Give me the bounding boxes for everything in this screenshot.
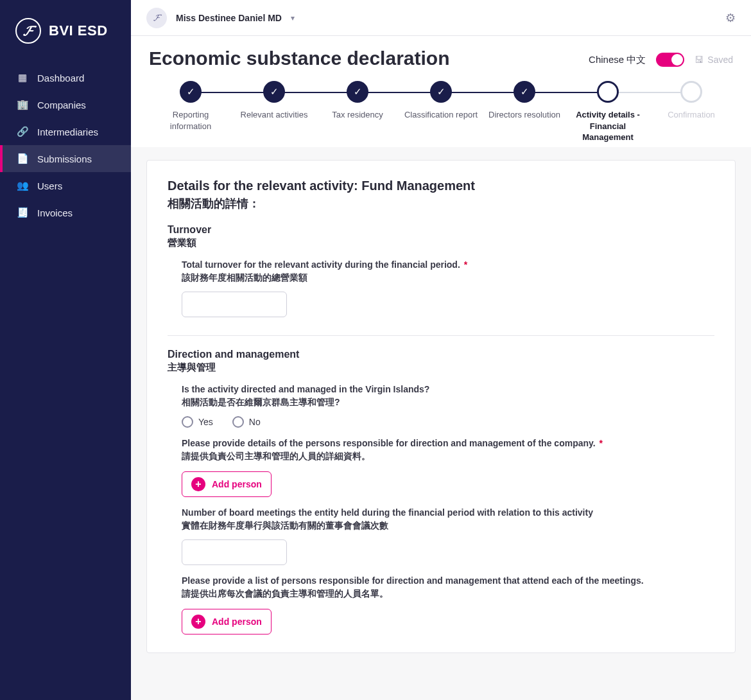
step-classification-report[interactable]: ✓ Classification report <box>399 81 483 121</box>
users-icon: 👥 <box>17 180 28 191</box>
step-relevant-activities[interactable]: ✓ Relevant activities <box>232 81 316 121</box>
avatar[interactable]: 𝓕 <box>146 8 167 28</box>
radio-yes[interactable]: Yes <box>182 416 213 428</box>
form-heading-zh: 相關活動的詳情： <box>168 196 714 211</box>
section-turnover-en: Turnover <box>168 224 714 236</box>
radio-icon <box>232 416 244 428</box>
step-current-icon <box>597 81 619 103</box>
sidebar-item-label: Invoices <box>37 207 73 218</box>
step-label: Confirmation <box>668 109 715 121</box>
check-icon: ✓ <box>180 81 202 103</box>
brand-logo-icon: 𝓕 <box>15 18 41 44</box>
question-persons-responsible: Please provide details of the persons re… <box>182 438 714 497</box>
sidebar-nav: ▦ Dashboard 🏢 Companies 🔗 Intermediaries… <box>0 64 131 226</box>
user-name: Miss Destinee Daniel MD <box>176 13 282 23</box>
add-person-label: Add person <box>212 479 262 489</box>
save-icon: 🖫 <box>695 55 704 65</box>
sidebar-item-intermediaries[interactable]: 🔗 Intermediaries <box>0 118 131 145</box>
sidebar: 𝓕 BVI ESD ▦ Dashboard 🏢 Companies 🔗 Inte… <box>0 0 131 700</box>
saved-status: 🖫 Saved <box>695 55 733 65</box>
step-directors-resolution[interactable]: ✓ Directors resolution <box>483 81 566 121</box>
q-attendees-zh: 請提供出席每次會議的負責主導和管理的人員名單。 <box>182 588 714 600</box>
saved-label: Saved <box>707 55 733 65</box>
section-direction-en: Direction and management <box>168 349 714 360</box>
sidebar-item-label: Submissions <box>37 153 92 164</box>
add-person-button[interactable]: + Add person <box>182 471 272 497</box>
topbar: 𝓕 Miss Destinee Daniel MD ▾ ⚙ <box>131 0 751 36</box>
q-turnover-zh: 該財務年度相關活動的總營業額 <box>182 272 714 284</box>
intermediaries-icon: 🔗 <box>17 126 28 137</box>
form-card: Details for the relevant activity: Fund … <box>146 160 736 653</box>
page-title: Economic substance declaration <box>149 48 449 69</box>
board-meetings-input[interactable] <box>182 539 287 565</box>
radio-yes-label: Yes <box>198 417 213 427</box>
content-wrap: Details for the relevant activity: Fund … <box>131 147 751 700</box>
step-confirmation[interactable]: Confirmation <box>650 81 733 121</box>
plus-icon: + <box>191 615 205 629</box>
step-label: Tax residency <box>332 109 383 121</box>
question-attendees: Please provide a list of persons respons… <box>182 575 714 634</box>
check-icon: ✓ <box>430 81 452 103</box>
sidebar-item-label: Users <box>37 180 62 191</box>
sidebar-item-label: Companies <box>37 100 86 110</box>
divider <box>168 335 714 336</box>
step-label: Classification report <box>404 109 478 121</box>
step-reporting-information[interactable]: ✓ Reporting information <box>149 81 232 132</box>
main: 𝓕 Miss Destinee Daniel MD ▾ ⚙ Economic s… <box>131 0 751 700</box>
question-directed-managed: Is the activity directed and managed in … <box>182 384 714 428</box>
add-person-label: Add person <box>212 617 262 627</box>
q-persons-en: Please provide details of the persons re… <box>182 438 596 448</box>
sidebar-item-dashboard[interactable]: ▦ Dashboard <box>0 64 131 91</box>
question-board-meetings: Number of board meetings the entity held… <box>182 507 714 565</box>
step-activity-details[interactable]: Activity details - Financial Management <box>566 81 650 143</box>
turnover-input[interactable] <box>182 292 287 317</box>
radio-icon <box>182 416 193 428</box>
step-label: Relevant activities <box>241 109 308 121</box>
sidebar-item-companies[interactable]: 🏢 Companies <box>0 91 131 118</box>
step-label: Activity details - Financial Management <box>569 109 646 143</box>
section-direction-zh: 主導與管理 <box>168 362 714 374</box>
chevron-down-icon[interactable]: ▾ <box>291 13 295 22</box>
step-label: Reporting information <box>152 109 229 132</box>
brand-text: BVI ESD <box>49 22 108 39</box>
q-meetings-zh: 實體在財務年度舉行與該活動有關的董事會會議次數 <box>182 520 714 532</box>
invoices-icon: 🧾 <box>17 207 28 218</box>
q-persons-zh: 請提供負責公司主導和管理的人員的詳細資料。 <box>182 451 714 462</box>
q-directed-zh: 相關活動是否在維爾京群島主導和管理? <box>182 397 714 408</box>
required-asterisk: * <box>464 259 467 270</box>
page-head: Economic substance declaration Chinese 中… <box>131 36 751 147</box>
q-directed-en: Is the activity directed and managed in … <box>182 384 714 394</box>
sidebar-item-submissions[interactable]: 📄 Submissions <box>0 145 131 172</box>
question-turnover-total: Total turnover for the relevant activity… <box>182 259 714 317</box>
plus-icon: + <box>191 477 205 491</box>
q-turnover-en: Total turnover for the relevant activity… <box>182 259 460 270</box>
sidebar-item-label: Intermediaries <box>37 127 98 137</box>
step-label: Directors resolution <box>488 109 560 121</box>
check-icon: ✓ <box>347 81 368 103</box>
stepper: ✓ Reporting information ✓ Relevant activ… <box>149 81 733 143</box>
brand: 𝓕 BVI ESD <box>0 0 131 64</box>
radio-no-label: No <box>249 417 261 427</box>
add-person-button-2[interactable]: + Add person <box>182 609 272 634</box>
step-future-icon <box>680 81 702 103</box>
form-heading-en: Details for the relevant activity: Fund … <box>168 179 714 193</box>
step-tax-residency[interactable]: ✓ Tax residency <box>316 81 399 121</box>
radio-no[interactable]: No <box>232 416 261 428</box>
dashboard-icon: ▦ <box>17 72 28 83</box>
companies-icon: 🏢 <box>17 99 28 110</box>
sidebar-item-label: Dashboard <box>37 73 84 83</box>
sidebar-item-users[interactable]: 👥 Users <box>0 172 131 199</box>
submissions-icon: 📄 <box>17 153 28 164</box>
q-meetings-en: Number of board meetings the entity held… <box>182 507 714 518</box>
required-asterisk: * <box>600 438 603 448</box>
language-toggle[interactable] <box>656 53 684 67</box>
q-attendees-en: Please provide a list of persons respons… <box>182 575 714 586</box>
language-label: Chinese 中文 <box>589 54 646 66</box>
check-icon: ✓ <box>514 81 535 103</box>
sidebar-item-invoices[interactable]: 🧾 Invoices <box>0 199 131 226</box>
section-turnover-zh: 營業額 <box>168 237 714 249</box>
check-icon: ✓ <box>263 81 285 103</box>
gear-icon[interactable]: ⚙ <box>725 11 736 25</box>
